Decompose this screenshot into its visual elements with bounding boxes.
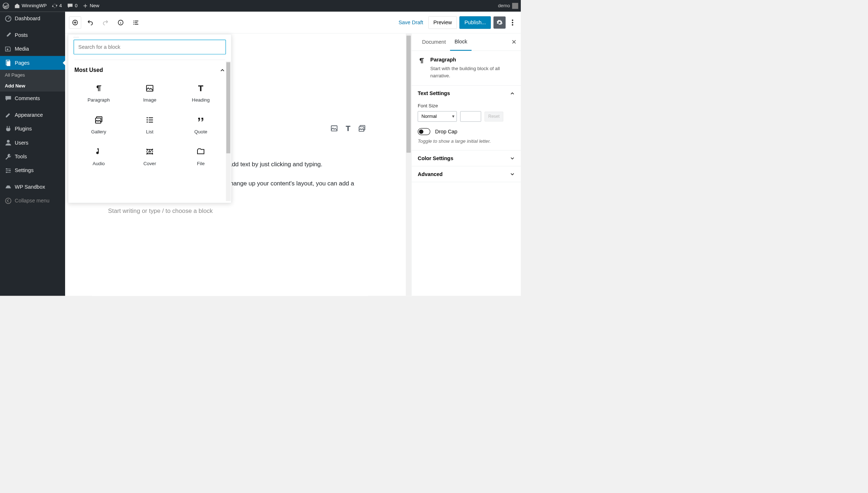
- block-title: Paragraph: [430, 57, 515, 63]
- admin-bar: WinningWP 4 0 New demo: [0, 0, 521, 12]
- font-size-select[interactable]: Normal: [418, 111, 457, 122]
- advanced-panel-toggle[interactable]: Advanced: [412, 166, 521, 182]
- menu-appearance[interactable]: Appearance: [0, 108, 65, 122]
- font-size-input[interactable]: [460, 111, 481, 122]
- svg-rect-20: [135, 24, 139, 25]
- block-paragraph[interactable]: Paragraph: [75, 78, 123, 107]
- block-quote[interactable]: Quote: [176, 110, 225, 139]
- svg-rect-6: [6, 168, 7, 170]
- avatar[interactable]: [512, 3, 518, 9]
- comments-link[interactable]: 0: [67, 3, 78, 9]
- settings-toggle-button[interactable]: [493, 16, 506, 29]
- more-menu-button[interactable]: [508, 16, 517, 29]
- block-audio[interactable]: Audio: [75, 142, 123, 171]
- menu-users[interactable]: Users: [0, 136, 65, 150]
- wordpress-logo-icon[interactable]: [3, 3, 9, 9]
- category-toggle[interactable]: Most Used: [75, 64, 225, 78]
- svg-rect-10: [6, 172, 7, 173]
- block-description: Start with the building block of all nar…: [430, 65, 515, 80]
- collapse-menu[interactable]: Collapse menu: [0, 194, 65, 207]
- menu-plugins[interactable]: Plugins: [0, 122, 65, 136]
- canvas-scrollbar[interactable]: [406, 33, 412, 296]
- chevron-up-icon: [510, 91, 515, 96]
- svg-rect-17: [133, 22, 134, 23]
- menu-media[interactable]: Media: [0, 42, 65, 56]
- chevron-up-icon: [220, 68, 225, 73]
- save-draft-button[interactable]: Save Draft: [396, 20, 426, 26]
- menu-settings[interactable]: Settings: [0, 163, 65, 177]
- quote-icon: [196, 116, 205, 124]
- chevron-down-icon: [510, 172, 515, 176]
- heading-block-icon[interactable]: [344, 124, 352, 132]
- svg-rect-7: [7, 169, 11, 169]
- svg-rect-9: [6, 171, 9, 171]
- updates-link[interactable]: 4: [52, 3, 62, 9]
- menu-tools[interactable]: Tools: [0, 150, 65, 163]
- block-appender: [330, 124, 366, 132]
- svg-point-30: [146, 117, 148, 119]
- tab-block[interactable]: Block: [450, 33, 472, 51]
- image-block-icon[interactable]: [330, 124, 338, 132]
- submenu-add-new[interactable]: Add New: [0, 81, 65, 91]
- submenu-pages: All Pages Add New: [0, 70, 65, 91]
- block-cover[interactable]: Cover: [125, 142, 174, 171]
- svg-rect-15: [133, 21, 134, 21]
- svg-rect-35: [149, 122, 153, 123]
- svg-rect-8: [9, 170, 11, 171]
- preview-button[interactable]: Preview: [428, 16, 457, 29]
- menu-comments[interactable]: Comments: [0, 91, 65, 105]
- svg-rect-11: [7, 172, 11, 172]
- gallery-icon: [94, 116, 103, 124]
- empty-paragraph-placeholder[interactable]: Start writing or type / to choose a bloc…: [108, 207, 369, 214]
- publish-button[interactable]: Publish...: [459, 16, 491, 29]
- svg-point-2: [7, 48, 8, 50]
- reset-button[interactable]: Reset: [485, 112, 503, 121]
- svg-rect-19: [133, 24, 134, 25]
- menu-pages[interactable]: Pages: [0, 56, 65, 70]
- svg-point-12: [5, 198, 11, 203]
- tab-document[interactable]: Document: [418, 34, 450, 50]
- search-input[interactable]: [73, 40, 226, 55]
- block-heading[interactable]: Heading: [176, 78, 225, 107]
- svg-point-22: [512, 22, 513, 23]
- text-settings-panel-toggle[interactable]: Text Settings: [412, 86, 521, 101]
- close-settings-button[interactable]: ✕: [511, 38, 516, 46]
- new-content-link[interactable]: New: [83, 3, 99, 9]
- svg-rect-18: [135, 22, 138, 23]
- site-link[interactable]: WinningWP: [14, 3, 47, 9]
- heading-icon: [196, 84, 205, 93]
- svg-rect-4: [7, 61, 10, 66]
- menu-sandbox[interactable]: WP Sandbox: [0, 180, 65, 194]
- audio-icon: [94, 147, 103, 156]
- block-inserter-popover: Most Used Paragraph Image: [68, 34, 231, 203]
- block-file[interactable]: File: [176, 142, 225, 171]
- user-name[interactable]: demo: [498, 3, 510, 9]
- menu-posts[interactable]: Posts: [0, 28, 65, 42]
- info-button[interactable]: [115, 16, 127, 29]
- image-icon: [145, 84, 154, 93]
- color-settings-panel-toggle[interactable]: Color Settings: [412, 150, 521, 166]
- submenu-all-pages[interactable]: All Pages: [0, 70, 65, 81]
- settings-sidebar: Document Block ✕ Paragraph Start with th…: [412, 33, 521, 296]
- updates-count: 4: [59, 3, 62, 9]
- svg-rect-16: [135, 21, 139, 21]
- menu-dashboard[interactable]: Dashboard: [0, 12, 65, 25]
- block-image[interactable]: Image: [125, 78, 174, 107]
- drop-cap-hint: Toggle to show a large initial letter.: [418, 138, 515, 144]
- editor: Save Draft Preview Publish...: [65, 12, 521, 296]
- editor-toolbar: Save Draft Preview Publish...: [65, 12, 521, 33]
- drop-cap-toggle[interactable]: [418, 128, 430, 135]
- undo-button[interactable]: [84, 16, 97, 29]
- paragraph-icon: [418, 57, 426, 79]
- block-list[interactable]: List: [125, 110, 174, 139]
- list-icon: [145, 116, 154, 124]
- comments-count: 0: [75, 3, 77, 9]
- add-block-button[interactable]: [69, 16, 81, 29]
- outline-button[interactable]: [130, 16, 142, 29]
- block-gallery[interactable]: Gallery: [75, 110, 123, 139]
- gallery-block-icon[interactable]: [358, 124, 366, 132]
- svg-point-32: [146, 119, 148, 121]
- redo-button[interactable]: [99, 16, 112, 29]
- inserter-scrollbar[interactable]: [226, 61, 231, 201]
- drop-cap-label: Drop Cap: [435, 129, 458, 135]
